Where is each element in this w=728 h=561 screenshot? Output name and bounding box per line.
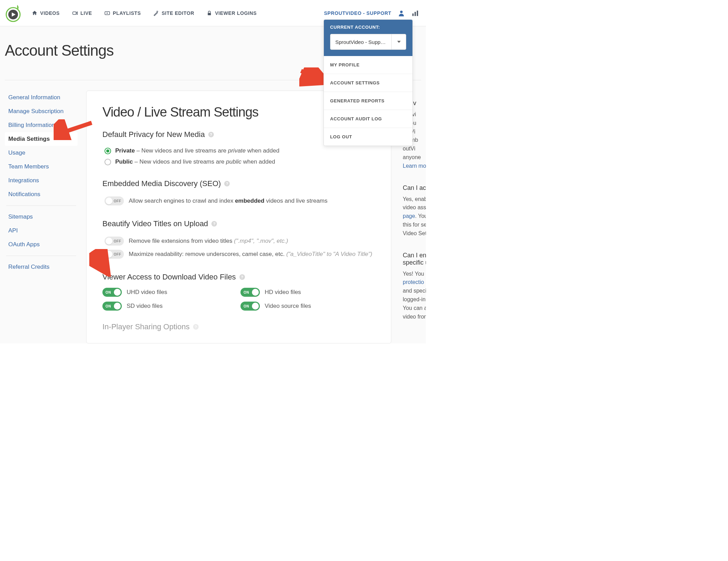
help-icon[interactable]: ? xyxy=(208,132,214,137)
nav-viewer-logins[interactable]: VIEWER LOGINS xyxy=(206,10,257,16)
sidebar-integrations[interactable]: Integrations xyxy=(5,174,78,187)
svg-rect-10 xyxy=(417,10,418,16)
beautify-readability-toggle[interactable] xyxy=(104,250,124,259)
download-sd-toggle[interactable] xyxy=(102,302,122,311)
download-sd-label: SD video files xyxy=(127,303,163,310)
lock-icon xyxy=(206,10,212,16)
sidebar: General Information Manage Subscription … xyxy=(5,91,78,343)
beautify-ext-toggle[interactable] xyxy=(104,237,124,246)
download-hd-toggle[interactable] xyxy=(240,288,260,297)
help-icon[interactable]: ? xyxy=(239,274,245,280)
nav-live[interactable]: LIVE xyxy=(72,10,92,16)
sidebar-notifications[interactable]: Notifications xyxy=(5,187,78,201)
sidebar-billing-information[interactable]: Billing Information xyxy=(5,118,78,132)
download-source-label: Video source files xyxy=(265,303,311,310)
nav-videos[interactable]: VIDEOS xyxy=(31,10,60,16)
nav-site-editor[interactable]: SITE EDITOR xyxy=(153,10,194,16)
section-beautify-title: Beautify Video Titles on Upload ? xyxy=(102,219,375,228)
stats-icon[interactable] xyxy=(411,9,419,17)
privacy-private-option[interactable]: Private – New videos and live streams ar… xyxy=(102,145,375,156)
page-link[interactable]: page xyxy=(403,213,415,219)
section-sharing-title: In-Player Sharing Options ? xyxy=(102,322,375,331)
user-icon[interactable] xyxy=(398,9,405,17)
sidebar-sitemaps[interactable]: Sitemaps xyxy=(5,210,78,224)
sidebar-media-settings[interactable]: Media Settings xyxy=(5,132,78,146)
svg-rect-9 xyxy=(415,12,416,16)
download-uhd-label: UHD video files xyxy=(127,289,167,296)
dropdown-header: CURRENT ACCOUNT: xyxy=(330,25,406,30)
account-select[interactable]: SproutVideo - Supp… xyxy=(330,34,406,50)
beautify-ext-label: Remove file extensions from video titles… xyxy=(129,238,288,245)
svg-marker-5 xyxy=(107,12,108,14)
sidebar-team-members[interactable]: Team Members xyxy=(5,160,78,174)
sidebar-usage[interactable]: Usage xyxy=(5,146,78,160)
wand-icon xyxy=(153,10,159,16)
download-source-toggle[interactable] xyxy=(240,302,260,311)
sidebar-general-information[interactable]: General Information xyxy=(5,91,78,104)
dropdown-my-profile[interactable]: MY PROFILE xyxy=(324,56,412,74)
playlist-icon xyxy=(104,10,110,16)
radio-icon xyxy=(104,159,111,165)
section-seo-title: Embedded Media Discovery (SEO) ? xyxy=(102,179,375,188)
dropdown-account-audit-log[interactable]: ACCOUNT AUDIT LOG xyxy=(324,110,412,128)
svg-rect-3 xyxy=(73,12,76,15)
sidebar-oauth-apps[interactable]: OAuth Apps xyxy=(5,238,78,251)
brand-logo[interactable] xyxy=(3,3,23,23)
home-icon xyxy=(31,10,38,16)
svg-point-7 xyxy=(400,10,402,13)
account-dropdown: CURRENT ACCOUNT: SproutVideo - Supp… MY … xyxy=(324,19,413,146)
dropdown-account-settings[interactable]: ACCOUNT SETTINGS xyxy=(324,74,412,92)
help-icon[interactable]: ? xyxy=(211,221,217,227)
divider xyxy=(6,256,76,256)
protection-link[interactable]: protectio xyxy=(403,279,424,285)
seo-label: Allow search engines to crawl and index … xyxy=(129,197,328,204)
section-download-title: Viewer Access to Download Video Files ? xyxy=(102,273,375,282)
svg-rect-8 xyxy=(412,13,414,16)
account-select-text: SproutVideo - Supp… xyxy=(330,39,391,45)
seo-toggle[interactable] xyxy=(104,196,124,205)
divider xyxy=(6,205,76,206)
beautify-readability-label: Maximize readability: remove underscores… xyxy=(129,251,372,258)
sidebar-referral-credits[interactable]: Referral Credits xyxy=(5,260,78,274)
privacy-public-option[interactable]: Public – New videos and live streams are… xyxy=(102,156,375,167)
svg-rect-6 xyxy=(208,13,211,15)
help-icon[interactable]: ? xyxy=(193,324,199,330)
dropdown-generated-reports[interactable]: GENERATED REPORTS xyxy=(324,92,412,110)
sidebar-api[interactable]: API xyxy=(5,224,78,238)
sidebar-manage-subscription[interactable]: Manage Subscription xyxy=(5,104,78,118)
chevron-down-icon[interactable] xyxy=(391,34,406,49)
account-name[interactable]: SPROUTVIDEO - SUPPORT xyxy=(324,10,391,16)
learn-more-link[interactable]: Learn mo xyxy=(403,163,426,169)
camera-icon xyxy=(72,10,78,16)
download-uhd-toggle[interactable] xyxy=(102,288,122,297)
download-hd-label: HD video files xyxy=(265,289,301,296)
top-nav: VIDEOS LIVE PLAYLISTS SITE EDITOR VIEWER… xyxy=(0,0,426,26)
dropdown-log-out[interactable]: LOG OUT xyxy=(324,128,412,146)
nav-playlists[interactable]: PLAYLISTS xyxy=(104,10,141,16)
help-icon[interactable]: ? xyxy=(224,181,230,186)
radio-icon xyxy=(104,148,111,154)
